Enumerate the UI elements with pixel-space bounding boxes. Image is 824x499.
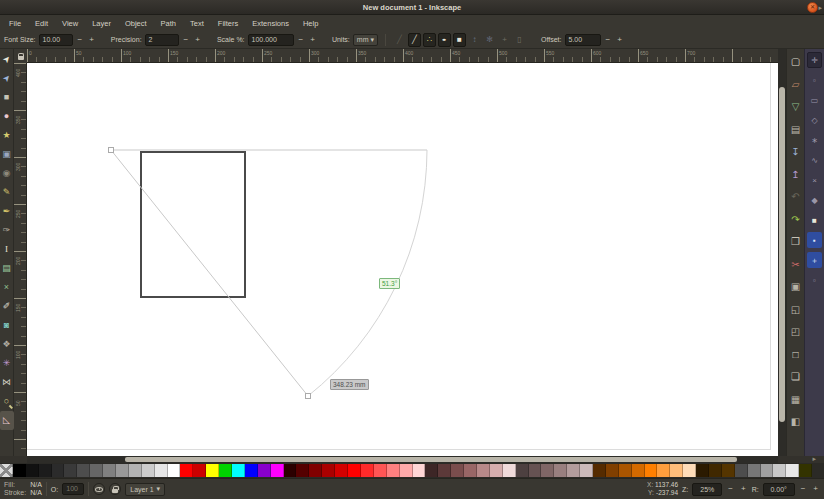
ruler-corner[interactable] bbox=[14, 49, 27, 63]
snap-object-centers-icon[interactable]: ＋ bbox=[807, 252, 822, 268]
color-swatch[interactable] bbox=[374, 464, 387, 477]
measure-end-handle[interactable] bbox=[306, 394, 311, 399]
reverse-measure-icon[interactable]: ↕ bbox=[468, 33, 481, 47]
palette-scroll-icon[interactable]: ▸ bbox=[818, 4, 822, 12]
vertical-ruler[interactable]: 40035030025020015010050 bbox=[14, 63, 27, 456]
color-swatch[interactable] bbox=[180, 464, 193, 477]
vertical-scrollbar-thumb[interactable] bbox=[779, 87, 785, 422]
color-swatch[interactable] bbox=[116, 464, 129, 477]
text-tool[interactable]: I bbox=[0, 240, 14, 259]
new-document-icon[interactable]: ▢ bbox=[788, 51, 804, 72]
rectangle-object[interactable] bbox=[141, 152, 245, 297]
color-swatch[interactable] bbox=[142, 464, 155, 477]
color-swatch[interactable] bbox=[103, 464, 116, 477]
dropper-tool[interactable]: ✐ bbox=[0, 297, 14, 316]
snap-page-border-icon[interactable]: ▫ bbox=[807, 272, 822, 288]
color-swatch[interactable] bbox=[206, 464, 219, 477]
color-swatch[interactable] bbox=[696, 464, 709, 477]
font-size-increment-button[interactable]: + bbox=[87, 34, 96, 46]
precision-increment-button[interactable]: + bbox=[193, 34, 202, 46]
no-color-swatch[interactable] bbox=[0, 464, 13, 477]
color-swatch[interactable] bbox=[90, 464, 103, 477]
color-swatch[interactable] bbox=[503, 464, 516, 477]
gradient-tool[interactable]: ▤ bbox=[0, 259, 14, 278]
color-swatch[interactable] bbox=[361, 464, 374, 477]
scale-input[interactable]: 100.000 bbox=[248, 34, 294, 46]
color-swatch[interactable] bbox=[296, 464, 309, 477]
group-icon[interactable]: ▦ bbox=[788, 389, 804, 410]
import-icon[interactable]: ↧ bbox=[788, 141, 804, 162]
color-swatch[interactable] bbox=[632, 464, 645, 477]
opacity-input[interactable]: 100 bbox=[62, 483, 84, 495]
open-document-icon[interactable]: ▱ bbox=[788, 74, 804, 95]
undo-icon[interactable]: ↶ bbox=[788, 186, 804, 207]
measure-tool[interactable]: ◺ bbox=[0, 411, 14, 430]
cut-icon[interactable]: ✂ bbox=[788, 254, 804, 275]
pen-tool[interactable]: ✒ bbox=[0, 202, 14, 221]
color-swatch[interactable] bbox=[580, 464, 593, 477]
fill-stroke-dialog-icon[interactable]: ◧ bbox=[788, 411, 804, 432]
star-tool[interactable]: ★ bbox=[0, 126, 14, 145]
color-swatch[interactable] bbox=[77, 464, 90, 477]
color-swatch[interactable] bbox=[773, 464, 786, 477]
calligraphy-tool[interactable]: ✑ bbox=[0, 221, 14, 240]
color-swatch[interactable] bbox=[541, 464, 554, 477]
enable-snapping-icon[interactable]: ✛ bbox=[807, 52, 822, 68]
units-dropdown[interactable]: mm ▾ bbox=[353, 34, 378, 46]
spray-tool[interactable]: ✳ bbox=[0, 354, 14, 373]
canvas[interactable]: 51.3° 348.23 mm bbox=[27, 63, 778, 456]
zoom-selection-icon[interactable]: ◱ bbox=[788, 299, 804, 320]
measure-line-icon[interactable]: ╱ bbox=[408, 33, 421, 47]
snap-intersections-icon[interactable]: × bbox=[807, 172, 822, 188]
color-swatch[interactable] bbox=[593, 464, 606, 477]
menu-item-text[interactable]: Text bbox=[183, 17, 211, 30]
color-swatch[interactable] bbox=[219, 464, 232, 477]
phantom-measure-icon[interactable]: ✻ bbox=[483, 33, 496, 47]
color-swatch[interactable] bbox=[670, 464, 683, 477]
layer-lock-button[interactable] bbox=[109, 483, 121, 495]
menu-item-view[interactable]: View bbox=[55, 17, 85, 30]
color-swatch[interactable] bbox=[129, 464, 142, 477]
duplicate-icon[interactable]: ❏ bbox=[788, 366, 804, 387]
color-swatch[interactable] bbox=[516, 464, 529, 477]
color-swatch[interactable] bbox=[309, 464, 322, 477]
color-swatch[interactable] bbox=[425, 464, 438, 477]
zoom-drawing-icon[interactable]: ◰ bbox=[788, 321, 804, 342]
layer-selector[interactable]: Layer 1 ▾ bbox=[125, 483, 165, 496]
rectangle-tool[interactable]: ■ bbox=[0, 88, 14, 107]
color-swatch[interactable] bbox=[464, 464, 477, 477]
color-swatch[interactable] bbox=[52, 464, 65, 477]
scroll-right-icon[interactable]: ▸ bbox=[812, 455, 816, 463]
color-swatch[interactable] bbox=[683, 464, 696, 477]
color-swatch[interactable] bbox=[451, 464, 464, 477]
color-swatch[interactable] bbox=[709, 464, 722, 477]
menu-item-extensions[interactable]: Extensions bbox=[245, 17, 296, 30]
horizontal-scrollbar[interactable]: ▸ bbox=[0, 456, 824, 463]
measure-start-handle[interactable] bbox=[109, 148, 114, 153]
zoom-page-icon[interactable]: □ bbox=[788, 344, 804, 365]
snap-bbox-icon[interactable]: ▫ bbox=[807, 72, 822, 88]
menu-item-path[interactable]: Path bbox=[154, 17, 183, 30]
zoom-increment-button[interactable]: + bbox=[739, 483, 748, 495]
measure-square-icon[interactable]: ■ bbox=[453, 33, 466, 47]
scale-increment-button[interactable]: + bbox=[308, 34, 317, 46]
precision-decrement-button[interactable]: − bbox=[182, 34, 191, 46]
bucket-tool[interactable]: ◙ bbox=[0, 316, 14, 335]
color-swatch[interactable] bbox=[438, 464, 451, 477]
color-swatch[interactable] bbox=[322, 464, 335, 477]
color-swatch[interactable] bbox=[761, 464, 774, 477]
font-size-decrement-button[interactable]: − bbox=[76, 34, 85, 46]
to-guides-icon[interactable]: + bbox=[498, 33, 511, 47]
rotation-input[interactable]: 0.00° bbox=[763, 483, 795, 496]
snap-cusp-nodes-icon[interactable]: ◆ bbox=[807, 192, 822, 208]
ignore-first-last-icon[interactable]: ╱ bbox=[393, 33, 406, 47]
color-swatch[interactable] bbox=[271, 464, 284, 477]
connector-tool[interactable]: ⋈ bbox=[0, 373, 14, 392]
horizontal-ruler[interactable]: 0501001502002503003504004505005506006507… bbox=[27, 49, 778, 63]
color-swatch[interactable] bbox=[168, 464, 181, 477]
color-swatch[interactable] bbox=[554, 464, 567, 477]
spiral-tool[interactable]: ◉ bbox=[0, 164, 14, 183]
color-swatch[interactable] bbox=[657, 464, 670, 477]
horizontal-scrollbar-thumb[interactable] bbox=[125, 457, 737, 462]
color-swatch[interactable] bbox=[245, 464, 258, 477]
